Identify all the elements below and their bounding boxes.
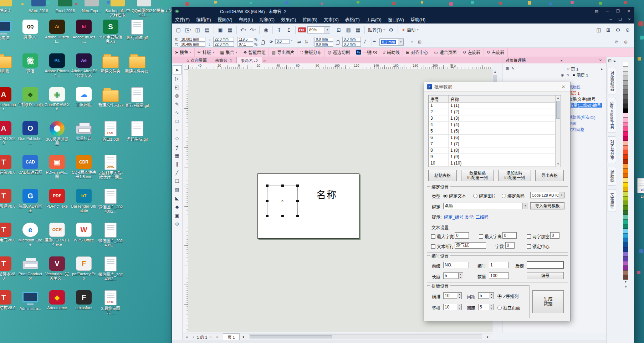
scrollbar-thumb[interactable] <box>250 335 332 338</box>
table-row[interactable]: 21 (2) <box>429 109 561 115</box>
bind-text-radio[interactable]: 绑定文本 <box>443 193 466 199</box>
desktop-icon[interactable] <box>31 0 46 6</box>
docker-tab-对象管理器[interactable]: 对象管理器 <box>608 68 616 94</box>
collapse-icon[interactable]: ▸ <box>614 58 616 63</box>
color-swatch[interactable] <box>623 201 628 206</box>
color-swatch[interactable] <box>623 141 628 145</box>
line-break-input[interactable]: 测气试 <box>455 242 486 249</box>
pick-tool[interactable]: ➤ <box>173 66 182 74</box>
desktop-icon[interactable]: DWG2.最终审图后-续优厅一期... <box>98 155 123 180</box>
length-stepper[interactable]: 5▲▼ <box>443 272 463 279</box>
corner-radius-br-input[interactable]: 0.0 mm <box>342 42 361 47</box>
color-swatch[interactable] <box>623 219 628 224</box>
doc-close-button[interactable]: ✕ <box>625 17 634 21</box>
interactive-fill-tool[interactable]: ◆ <box>173 202 182 211</box>
number-button[interactable]: 编号 <box>527 272 564 279</box>
menu-item-4[interactable]: 布局(L) <box>235 15 256 24</box>
desktop-icon[interactable]: VVectorMa...完美单文... <box>44 256 70 280</box>
layer-new-icon[interactable]: ⊞ <box>505 67 510 71</box>
color-swatch[interactable] <box>623 196 628 201</box>
smart-fill-tool[interactable]: ▣ <box>173 211 182 219</box>
menu-item-8[interactable]: 文本(X) <box>321 15 342 24</box>
import-button[interactable]: ↧ <box>275 25 284 35</box>
plugin-button-导出图片[interactable]: ▧导出图片 <box>269 48 297 57</box>
desktop-icon[interactable]: WWPS Office <box>71 223 97 242</box>
color-swatch[interactable] <box>623 192 628 196</box>
color-swatch[interactable] <box>623 252 628 256</box>
color-swatch[interactable] <box>623 261 628 266</box>
plugin-button-辅助线[interactable]: #辅助线 <box>380 48 403 57</box>
layer-edit-icon[interactable]: ✎ <box>510 67 516 71</box>
desktop-icon[interactable]: AeAdobe After Effects CS6 <box>71 53 97 77</box>
selection-handle[interactable] <box>266 215 269 217</box>
desktop-icon[interactable] <box>160 0 174 6</box>
color-swatch[interactable] <box>623 155 628 159</box>
text-tool[interactable]: 字 <box>173 142 182 151</box>
docker-page-label[interactable]: 页 1 <box>571 66 578 72</box>
document-tab[interactable]: 未命名 -2 <box>236 57 262 63</box>
selection-handle[interactable] <box>266 185 269 187</box>
scroll-right-icon[interactable]: ▸ <box>485 334 491 339</box>
last-page-button[interactable]: » <box>214 335 220 339</box>
selection-handle[interactable] <box>296 185 299 187</box>
desktop-icon[interactable]: 新建文件夹 <box>98 53 123 73</box>
two-char-space-input[interactable]: 0 <box>550 232 559 239</box>
desktop-icon[interactable]: eMicrosoft Edge <box>17 223 43 246</box>
x-position-input[interactable]: 18.081 mm <box>180 37 205 42</box>
selected-object[interactable]: ✕ <box>267 186 298 216</box>
desktop-icon[interactable]: 断行测试.gif <box>124 20 150 40</box>
new-tab-button[interactable]: ⊕ <box>262 58 268 63</box>
plugin-button-适合页面[interactable]: ▭适合页面 <box>431 48 460 57</box>
quantity-paste-button[interactable]: 数量粘贴 匹配第一列 <box>461 170 494 181</box>
show-rulers-button[interactable]: ▥ <box>344 25 353 35</box>
docker-layer-label[interactable]: 图层 1 <box>577 72 588 78</box>
lock-ratio-button[interactable] <box>260 38 266 46</box>
plugin-button-拼版分布[interactable]: ∷拼版分布 <box>297 48 325 57</box>
desktop-icon[interactable]: 条码生成.gif <box>124 121 150 141</box>
table-row[interactable]: 101 (10) <box>429 160 561 167</box>
color-swatch[interactable] <box>623 94 628 99</box>
scroll-up-icon[interactable]: ▲ <box>492 69 498 74</box>
new-document-button[interactable]: ▢ <box>174 25 183 35</box>
titlebar-extra-icon[interactable]: ▤ <box>591 7 602 15</box>
desktop-icon[interactable]: 微信图片_2024092... <box>98 256 123 281</box>
menu-item-6[interactable]: 效果(C) <box>278 15 299 24</box>
generate-data-button[interactable]: 生成 数据 <box>532 290 564 313</box>
desktop-icon[interactable]: T天正暖通V8.0 <box>0 189 16 208</box>
desktop-icon[interactable]: 微信图片_2024092... <box>98 189 123 213</box>
menu-item-9[interactable]: 表格(T) <box>342 15 363 24</box>
desktop-icon[interactable]: ◉CorelDRAW X8 <box>44 87 70 111</box>
full-screen-preview-button[interactable]: ⊡ <box>334 25 343 35</box>
quantity-input[interactable]: 100 <box>489 272 509 279</box>
docker-page-row[interactable]: ⊞ ✎ ▱ 页 1 <box>502 66 606 72</box>
color-swatch[interactable] <box>623 145 628 150</box>
maximize-button[interactable]: ❐ <box>613 7 623 15</box>
open-document-button[interactable]: ◳▾ <box>183 25 193 35</box>
export-table-button[interactable]: 导出表格 <box>535 170 564 181</box>
scale-width-input[interactable]: 119.5 <box>237 37 253 42</box>
freehand-tool[interactable]: ✎ <box>173 100 182 108</box>
color-swatch[interactable] <box>623 62 628 67</box>
menu-item-7[interactable]: 位图(B) <box>299 15 321 24</box>
dialog-close-icon[interactable]: ✕ <box>559 84 567 89</box>
previous-page-button[interactable]: ‹ <box>190 335 196 339</box>
desktop-icon[interactable]: 微信图片_2024092... <box>98 223 123 247</box>
text-object[interactable]: 名称 <box>316 187 337 201</box>
desktop-icon[interactable]: PDF省白1.pdf <box>98 121 123 141</box>
color-swatch[interactable] <box>623 168 628 173</box>
launch-menu[interactable]: ➤启动▾ <box>400 27 421 33</box>
color-swatch[interactable] <box>623 118 628 122</box>
desktop-icon[interactable] <box>111 0 125 6</box>
docker-close-icon[interactable]: ✕ <box>598 58 603 62</box>
document-tab[interactable]: 未命名 -1 <box>211 57 236 63</box>
redo-button[interactable]: ↷▾ <box>248 25 257 35</box>
dialog-title-bar[interactable]: ▸ 批量数据 ✕ <box>424 82 570 92</box>
shape-tool[interactable]: ▷ <box>173 74 182 83</box>
show-grid-button[interactable]: ▦ <box>353 25 363 35</box>
search-button[interactable]: ◉ <box>261 25 271 35</box>
desktop-icon[interactable]: AAdobe Acrobat <box>0 87 16 111</box>
desktop-icon[interactable]: T天正建筑V8.0 <box>0 155 16 175</box>
table-row[interactable]: 81 (8) <box>429 147 561 154</box>
color-swatch[interactable] <box>623 238 628 243</box>
doc-restore-button[interactable]: ❐ <box>615 17 625 21</box>
